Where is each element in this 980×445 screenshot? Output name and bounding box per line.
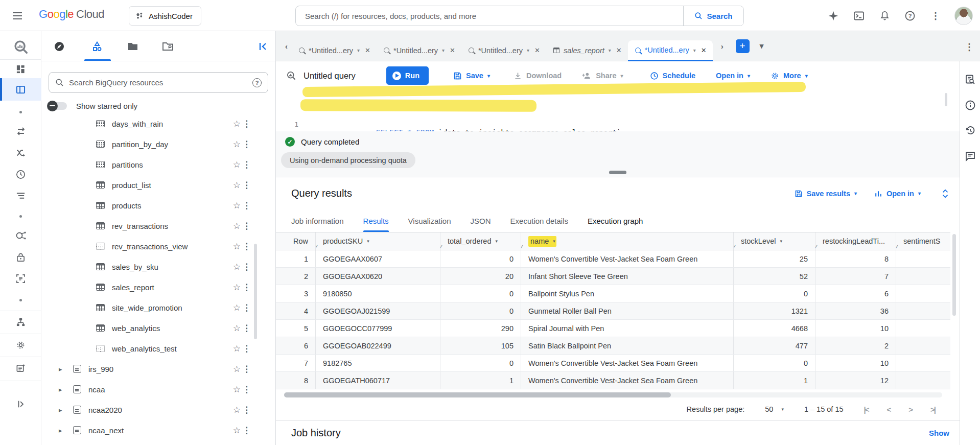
expand-caret-icon[interactable]: ▸ <box>59 365 68 373</box>
expand-results-icon[interactable] <box>941 189 949 198</box>
table-row[interactable]: 1 GGOEGAAX0607 0 Women's Convertible Ves… <box>276 250 950 268</box>
tabstrip-kebab-icon[interactable]: ⋮ <box>965 41 974 53</box>
star-icon[interactable]: ☆ <box>233 323 241 334</box>
project-selector[interactable]: AshishCoder <box>129 6 201 26</box>
rail-pipelines-icon[interactable] <box>0 144 41 162</box>
tree-item-table[interactable]: product_list ☆ ⋮ <box>41 175 275 195</box>
results-tab[interactable]: Results <box>363 209 389 232</box>
prev-page-icon[interactable]: < <box>887 405 891 414</box>
tree-item-table[interactable]: products ☆ ⋮ <box>41 195 275 216</box>
kebab-menu-icon[interactable]: ⋮ <box>242 364 251 374</box>
tab-close-icon[interactable]: ✕ <box>450 46 455 54</box>
per-page-select[interactable]: 50▾ <box>765 405 784 413</box>
job-history-show-button[interactable]: Show <box>929 429 949 437</box>
star-icon[interactable]: ☆ <box>233 241 241 252</box>
star-icon[interactable]: ☆ <box>233 425 241 436</box>
rail-settings-gear-icon[interactable] <box>0 336 41 354</box>
scrollbar-thumb[interactable] <box>284 392 671 397</box>
rail-frames-icon[interactable] <box>0 269 41 288</box>
tree-item-table[interactable]: sales_by_sku ☆ ⋮ <box>41 256 275 277</box>
cloud-shell-icon[interactable] <box>852 9 866 22</box>
more-button[interactable]: More ▾ <box>771 72 808 80</box>
sql-editor[interactable]: 1 SELECT * FROM `data-to-insights.ecomme… <box>276 90 960 131</box>
tree-item-table[interactable]: web_analytics ☆ ⋮ <box>41 318 275 338</box>
sort-caret-icon[interactable]: ▾ <box>553 239 555 244</box>
tree-item-table[interactable]: rev_transactions ☆ ⋮ <box>41 216 275 236</box>
tree-item-dataset[interactable]: ▸ irs_990 ☆ ⋮ <box>41 359 275 379</box>
rail-migration-icon[interactable] <box>0 226 41 245</box>
schedule-button[interactable]: Schedule <box>650 72 695 80</box>
share-button[interactable]: Share ▾ <box>582 72 623 80</box>
rail-partner-center-icon[interactable] <box>0 313 41 331</box>
first-page-icon[interactable]: |< <box>864 405 869 414</box>
star-icon[interactable]: ☆ <box>233 119 241 129</box>
star-icon[interactable]: ☆ <box>233 384 241 395</box>
table-row[interactable]: 2 GGOEGAAX0620 20 Infant Short Sleeve Te… <box>276 268 950 285</box>
rail-data-transfers-icon[interactable] <box>0 122 41 140</box>
table-row[interactable]: 7 9182765 0 Women's Convertible Vest-Jac… <box>276 355 950 372</box>
table-row[interactable]: 3 9180850 0 Ballpoint Stylus Pen 0 6 <box>276 285 950 302</box>
shapes-icon[interactable] <box>90 39 104 54</box>
folder-projects-icon[interactable] <box>160 39 175 54</box>
sort-caret-icon[interactable]: ▾ <box>495 239 498 244</box>
star-icon[interactable]: ☆ <box>233 200 241 211</box>
more-vert-icon[interactable]: ⋮ <box>929 9 942 22</box>
editor-tab[interactable]: *Untitled...ery ▾ ✕ <box>461 40 546 61</box>
explorer-scrollbar[interactable] <box>254 244 257 339</box>
column-header-productSKU[interactable]: productSKU▾ <box>316 232 440 250</box>
tree-item-dataset[interactable]: ▸ ncaa_next ☆ ⋮ <box>41 420 275 440</box>
tabs-scroll-left-icon[interactable]: ‹ <box>285 42 288 51</box>
google-cloud-logo[interactable]: GoogleCloud <box>39 8 104 21</box>
search-help-icon[interactable]: ? <box>252 78 262 87</box>
column-header-row[interactable]: Row <box>276 232 316 250</box>
grid-horizontal-scrollbar[interactable] <box>284 392 942 397</box>
tab-close-icon[interactable]: ✕ <box>616 46 622 54</box>
run-button[interactable]: Run <box>386 66 429 85</box>
notifications-bell-icon[interactable] <box>878 9 891 22</box>
star-icon[interactable]: ☆ <box>233 180 241 191</box>
tab-close-icon[interactable]: ✕ <box>701 46 707 54</box>
panel-splitter-handle[interactable] <box>609 171 626 174</box>
tab-caret-icon[interactable]: ▾ <box>609 48 611 53</box>
star-icon[interactable]: ☆ <box>233 364 241 374</box>
tree-item-table[interactable]: web_analytics_test ☆ ⋮ <box>41 338 275 359</box>
tree-item-table[interactable]: partition_by_day ☆ ⋮ <box>41 134 275 154</box>
global-search-input[interactable] <box>296 6 683 26</box>
kebab-menu-icon[interactable]: ⋮ <box>242 262 251 272</box>
tab-close-icon[interactable]: ✕ <box>365 46 370 54</box>
feedback-chat-icon[interactable] <box>965 151 976 162</box>
info-icon[interactable] <box>965 100 976 111</box>
search-button[interactable]: Search <box>683 6 743 26</box>
next-page-icon[interactable]: > <box>908 405 912 414</box>
show-starred-toggle[interactable]: Show starred only <box>49 98 137 113</box>
kebab-menu-icon[interactable]: ⋮ <box>242 139 251 150</box>
tab-caret-icon[interactable]: ▾ <box>357 48 360 53</box>
column-header-sentimentScore[interactable]: sentimentS <box>896 232 950 250</box>
tree-item-dataset[interactable]: ▸ ncaa2020 ☆ ⋮ <box>41 400 275 420</box>
rail-studio-icon[interactable] <box>0 60 41 78</box>
rail-lock-icon[interactable] <box>0 248 41 266</box>
kebab-menu-icon[interactable]: ⋮ <box>242 323 251 334</box>
rail-sql-workspace-icon[interactable] <box>0 80 41 99</box>
editor-tab[interactable]: *Untitled...ery ▾ ✕ <box>628 40 713 61</box>
expand-caret-icon[interactable]: ▸ <box>59 427 68 434</box>
tree-item-table[interactable]: sales_report ☆ ⋮ <box>41 277 275 297</box>
star-icon[interactable]: ☆ <box>233 139 241 150</box>
kebab-menu-icon[interactable]: ⋮ <box>242 302 251 313</box>
column-header-stockLevel[interactable]: stockLevel▾ <box>734 232 815 250</box>
table-row[interactable]: 6 GGOEGOAB022499 105 Satin Black Ballpoi… <box>276 337 950 355</box>
compass-icon[interactable] <box>52 39 66 54</box>
rail-expand-icon[interactable] <box>0 395 41 413</box>
expand-caret-icon[interactable]: ▸ <box>59 406 68 414</box>
bigquery-logo-icon[interactable] <box>0 37 41 57</box>
rail-capacity-icon[interactable] <box>0 186 41 205</box>
results-tab[interactable]: Execution details <box>510 209 568 232</box>
rail-scheduled-queries-icon[interactable] <box>0 165 41 183</box>
results-tab[interactable]: Visualization <box>408 209 451 232</box>
kebab-menu-icon[interactable]: ⋮ <box>242 425 251 436</box>
column-header-restockingLeadTime[interactable]: restockingLeadTi... <box>815 232 896 250</box>
hamburger-menu-icon[interactable] <box>11 10 24 22</box>
sort-caret-icon[interactable]: ▾ <box>367 239 369 244</box>
column-header-name[interactable]: name▾ <box>521 232 734 250</box>
open-in-button[interactable]: Open in ▾ <box>716 72 750 80</box>
